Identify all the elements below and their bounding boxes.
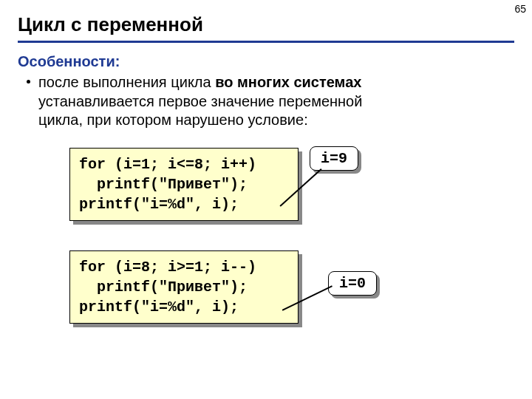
bullet-text-bold: во многих системах <box>215 74 361 90</box>
result-box: i=0 <box>328 271 377 296</box>
title-underline <box>18 41 514 43</box>
code-example-1: for (i=1; i<=8; i++) printf("Привет"); p… <box>69 148 514 221</box>
result-box: i=9 <box>310 146 358 171</box>
page-number: 65 <box>514 3 526 15</box>
slide-title: Цикл с переменной <box>18 13 514 41</box>
code-block: for (i=1; i<=8; i++) printf("Привет"); p… <box>69 148 299 221</box>
code-example-2: for (i=8; i>=1; i--) printf("Привет"); p… <box>69 250 514 324</box>
bullet-text-line2: устанавливается первое значение переменн… <box>38 93 362 109</box>
bullet-dot-icon <box>27 80 30 83</box>
bullet-text-part1: после выполнения цикла <box>38 74 215 90</box>
bullet-text-line3: цикла, при котором нарушено условие: <box>38 112 308 128</box>
result-callout-2: i=0 <box>328 271 377 296</box>
slide-content: Цикл с переменной Особенности: после вып… <box>0 0 532 324</box>
code-block: for (i=8; i>=1; i--) printf("Привет"); p… <box>69 250 299 324</box>
section-subtitle: Особенности: <box>18 53 514 70</box>
result-callout-1: i=9 <box>310 146 358 171</box>
bullet-item: после выполнения цикла во многих система… <box>38 73 514 130</box>
code-examples: for (i=1; i<=8; i++) printf("Привет"); p… <box>69 148 514 324</box>
